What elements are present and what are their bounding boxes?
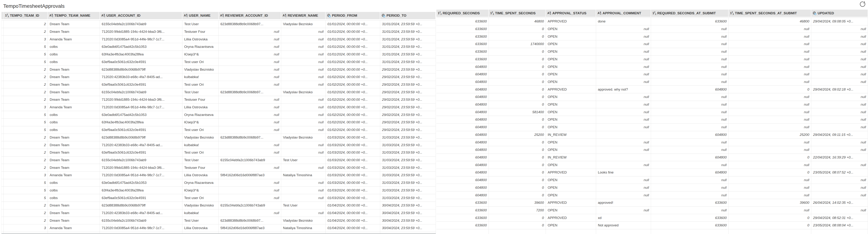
cell-approval_comment[interactable]: approved. why not?	[596, 86, 651, 93]
cell-period_to[interactable]: 29/02/2024, 23:59:59 +0...	[380, 126, 436, 134]
cell-required_seconds[interactable]: 633600	[436, 199, 489, 206]
cell-tempo_team_id[interactable]: 2	[4, 21, 48, 28]
cell-period_to[interactable]: 31/01/2024, 23:59:59 +0...	[380, 21, 436, 28]
cell-user_name[interactable]: kulbabka!	[182, 141, 219, 149]
cell-required_seconds_at_submit[interactable]: 633600	[651, 214, 728, 222]
cell-period_to[interactable]: 29/02/2024, 23:59:59 +0...	[380, 119, 436, 126]
cell-period_from[interactable]: 01/04/2024, 00:00:00 +0...	[326, 209, 380, 217]
cell-user_name[interactable]: Liliia Ostrovska	[182, 224, 219, 232]
cell-tempo_team_id[interactable]: 2	[4, 157, 48, 164]
cell-tempo_team_id[interactable]: 3	[4, 35, 48, 43]
cell-tempo_team_name[interactable]: Dream Team	[48, 202, 100, 209]
cell-approval_status[interactable]: OPEN	[546, 139, 596, 146]
cell-tempo_team_name[interactable]: Dream Team	[48, 217, 100, 224]
cell-period_from[interactable]: 01/01/2024, 00:00:00 +0...	[326, 21, 380, 28]
cell-user_name[interactable]: Test user Ori	[182, 58, 219, 66]
cell-period_from[interactable]: 01/01/2024, 00:00:00 +0...	[326, 28, 380, 35]
cell-approval_comment[interactable]: null	[596, 139, 651, 146]
cell-required_seconds[interactable]: 604800	[436, 146, 489, 154]
cell-period_from[interactable]: 01/02/2024, 00:00:00 +0...	[326, 111, 380, 119]
cell-user_name[interactable]: Oryna Riazantseva	[182, 43, 219, 51]
cell-approval_comment[interactable]: null	[596, 40, 651, 48]
cell-user_name[interactable]: Юзер3^&	[182, 119, 219, 126]
cell-reviewer_account_id[interactable]: null	[219, 149, 281, 156]
cell-tempo_team_id[interactable]: 2	[4, 202, 48, 209]
cell-approval_comment[interactable]: null	[596, 78, 651, 86]
cell-tempo_team_id[interactable]: 2	[4, 96, 48, 103]
cell-tempo_team_id[interactable]: 3	[4, 171, 48, 179]
cell-updated[interactable]: null	[811, 184, 868, 191]
cell-approval_comment[interactable]: null	[596, 56, 651, 63]
cell-time_spent_seconds_at_submit[interactable]: 0	[728, 154, 811, 161]
cell-approval_comment[interactable]: null	[596, 176, 651, 184]
cell-approval_comment[interactable]: done	[596, 18, 651, 25]
cell-period_to[interactable]: 29/02/2024, 23:59:59 +0...	[380, 73, 436, 81]
cell-updated[interactable]: 29/04/2024, 09:02:18 +0...	[811, 86, 868, 93]
cell-tempo_team_id[interactable]: 2	[4, 89, 48, 96]
cell-time_spent_seconds[interactable]: 0	[489, 214, 546, 222]
column-header-approval_comment[interactable]: ABCAPPROVAL_COMMENT	[596, 10, 651, 17]
cell-required_seconds_at_submit[interactable]: null	[651, 116, 728, 123]
cell-tempo_team_name[interactable]: colbs	[48, 179, 100, 187]
cell-tempo_team_id[interactable]: 2	[4, 66, 48, 73]
cell-required_seconds_at_submit[interactable]: 604800	[651, 169, 728, 176]
cell-period_to[interactable]: 30/04/2024, 23:59:59 +0...	[380, 202, 436, 209]
cell-tempo_team_name[interactable]: Dream Team	[48, 89, 100, 96]
cell-user_account_id[interactable]: 712020:42383b33-e68c-4fa7-8405-ad...	[100, 141, 182, 149]
cell-reviewer_name[interactable]: null	[281, 66, 326, 73]
cell-tempo_team_name[interactable]: Dream Team	[48, 81, 100, 89]
cell-reviewer_account_id[interactable]: null	[219, 126, 281, 134]
refresh-button[interactable]	[859, 1, 866, 8]
cell-reviewer_account_id[interactable]: null	[219, 51, 281, 58]
cell-user_name[interactable]: Test User	[182, 217, 219, 224]
cell-approval_status[interactable]: OPEN	[546, 124, 596, 131]
cell-required_seconds_at_submit[interactable]: null	[651, 56, 728, 63]
cell-reviewer_account_id[interactable]: null	[219, 96, 281, 103]
cell-tempo_team_name[interactable]: Dream Team	[48, 164, 100, 171]
cell-period_to[interactable]: 31/01/2024, 23:59:59 +0...	[380, 51, 436, 58]
cell-user_name[interactable]: Vladyslav Beznisko	[182, 202, 219, 209]
cell-tempo_team_name[interactable]: colbs	[48, 119, 100, 126]
cell-period_to[interactable]: 31/01/2024, 23:59:59 +0...	[380, 28, 436, 35]
cell-tempo_team_id[interactable]: 2	[4, 217, 48, 224]
cell-period_from[interactable]: 01/03/2024, 00:00:00 +0...	[326, 171, 380, 179]
cell-tempo_team_id[interactable]: 2	[4, 73, 48, 81]
cell-required_seconds[interactable]: 604800	[436, 71, 489, 78]
cell-approval_status[interactable]: OPEN	[546, 161, 596, 169]
cell-required_seconds_at_submit[interactable]: null	[651, 78, 728, 86]
cell-tempo_team_name[interactable]: Dream Team	[48, 66, 100, 73]
cell-updated[interactable]: null	[811, 48, 868, 56]
cell-reviewer_account_id[interactable]: null	[219, 111, 281, 119]
cell-time_spent_seconds[interactable]: 39600	[489, 199, 546, 206]
cell-time_spent_seconds[interactable]: 0	[489, 176, 546, 184]
cell-user_account_id[interactable]: 63f4a3e4fb3ac4003fa28fea	[100, 119, 182, 126]
cell-time_spent_seconds[interactable]: 0	[489, 25, 546, 33]
cell-reviewer_name[interactable]: null	[281, 51, 326, 58]
cell-approval_status[interactable]: OPEN	[546, 56, 596, 63]
cell-tempo_team_name[interactable]: colbs	[48, 111, 100, 119]
cell-time_spent_seconds[interactable]: 0	[489, 154, 546, 161]
cell-user_name[interactable]: Test user Ori	[182, 81, 219, 89]
cell-reviewer_account_id[interactable]: 5f84162d06d16d006f887ae3	[219, 171, 281, 179]
cell-time_spent_seconds_at_submit[interactable]: null	[728, 63, 811, 70]
cell-required_seconds[interactable]: 633600	[436, 222, 489, 229]
cell-reviewer_account_id[interactable]: 6155c04ebfa2c1006b743ab9	[219, 202, 281, 209]
cell-period_from[interactable]: 01/03/2024, 00:00:00 +0...	[326, 157, 380, 164]
cell-reviewer_name[interactable]: null	[281, 149, 326, 156]
cell-reviewer_account_id[interactable]: null	[219, 119, 281, 126]
cell-tempo_team_id[interactable]: 2	[4, 164, 48, 171]
cell-reviewer_account_id[interactable]: null	[219, 104, 281, 111]
cell-updated[interactable]: null	[811, 25, 868, 33]
cell-updated[interactable]: null	[811, 93, 868, 101]
cell-tempo_team_name[interactable]: colbs	[48, 58, 100, 66]
cell-approval_comment[interactable]: null	[596, 207, 651, 214]
cell-updated[interactable]: null	[811, 33, 868, 40]
cell-period_to[interactable]: 30/04/2024, 23:59:59 +0...	[380, 224, 436, 232]
cell-approval_comment[interactable]: null	[596, 48, 651, 56]
cell-time_spent_seconds_at_submit[interactable]: null	[728, 48, 811, 56]
cell-time_spent_seconds[interactable]: 0	[489, 146, 546, 154]
cell-reviewer_name[interactable]: null	[281, 58, 326, 66]
cell-approval_comment[interactable]: null	[596, 63, 651, 70]
cell-time_spent_seconds_at_submit[interactable]: null	[728, 124, 811, 131]
cell-updated[interactable]: 29/04/2024, 09:11:15 +0...	[811, 131, 868, 139]
